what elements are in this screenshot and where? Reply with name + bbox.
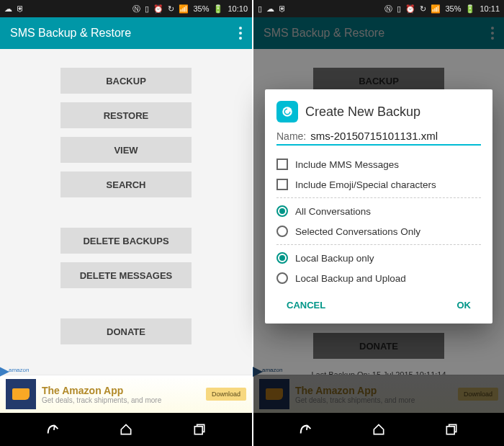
- include-mms-checkbox[interactable]: Include MMS Messages: [276, 154, 481, 174]
- restore-button[interactable]: RESTORE: [60, 102, 192, 128]
- create-backup-dialog: Create New Backup Name: Include MMS Mess…: [265, 89, 492, 324]
- option-label: Include MMS Messages: [295, 159, 399, 170]
- delete-backups-button[interactable]: DELETE BACKUPS: [60, 228, 192, 254]
- back-button[interactable]: [286, 416, 326, 442]
- svg-rect-0: [194, 427, 202, 434]
- signal-icon: 📶: [179, 4, 189, 14]
- nfc-icon: Ⓝ: [384, 4, 392, 14]
- clock-text: 10:10: [228, 4, 248, 13]
- delete-messages-button[interactable]: DELETE MESSAGES: [60, 262, 192, 288]
- ad-banner[interactable]: amazon The Amazon App Get deals, track s…: [0, 375, 252, 413]
- view-button[interactable]: VIEW: [60, 137, 192, 163]
- checkbox-icon: [276, 159, 288, 170]
- battery-icon: 🔋: [213, 4, 223, 14]
- ad-title: The Amazon App: [42, 385, 200, 396]
- cloud-icon: ☁: [266, 4, 274, 14]
- local-backup-upload-radio[interactable]: Local Backup and Upload: [276, 268, 481, 288]
- home-icon: [372, 422, 386, 437]
- recent-button[interactable]: [431, 416, 472, 442]
- radio-icon: [276, 205, 288, 217]
- radio-icon: [276, 272, 288, 284]
- status-bar: ▯ ☁ ⛨ Ⓝ ▯ ⏰ ↻ 📶 35% 🔋 10:11: [253, 0, 504, 17]
- vibrate-icon: ▯: [145, 4, 149, 14]
- vibrate-icon: ▯: [258, 4, 262, 14]
- ok-button[interactable]: OK: [450, 295, 479, 315]
- local-backup-only-radio[interactable]: Local Backup only: [276, 248, 481, 268]
- app-bar: SMS Backup & Restore: [0, 17, 252, 49]
- shield-icon: ⛨: [17, 4, 24, 13]
- svg-rect-2: [446, 427, 454, 434]
- selected-conversations-radio[interactable]: Selected Conversations Only: [276, 221, 481, 241]
- alarm-icon: ⏰: [405, 4, 415, 14]
- radio-icon: [276, 252, 288, 264]
- battery-text: 35%: [193, 4, 209, 13]
- donate-button[interactable]: DONATE: [60, 318, 192, 344]
- alarm-icon: ⏰: [153, 4, 163, 14]
- nfc-icon: Ⓝ: [132, 4, 140, 14]
- checkbox-icon: [276, 179, 288, 190]
- option-label: All Conversations: [295, 206, 371, 217]
- overflow-menu-icon[interactable]: [239, 27, 242, 40]
- signal-icon: 📶: [431, 4, 441, 14]
- battery-icon: 🔋: [465, 4, 475, 14]
- shield-icon: ⛨: [279, 4, 287, 13]
- cloud-icon: ☁: [4, 4, 12, 14]
- name-label: Name:: [276, 130, 306, 142]
- home-icon: [119, 422, 133, 437]
- cancel-button[interactable]: CANCEL: [279, 295, 333, 315]
- option-label: Include Emoji/Special characters: [295, 179, 436, 190]
- back-icon: [298, 422, 314, 437]
- ad-tag: amazon: [9, 367, 29, 373]
- backup-name-input[interactable]: [310, 130, 481, 142]
- radio-icon: [276, 226, 288, 237]
- home-button[interactable]: [359, 416, 399, 442]
- include-emoji-checkbox[interactable]: Include Emoji/Special characters: [276, 174, 481, 195]
- battery-text: 35%: [445, 4, 461, 13]
- search-button[interactable]: SEARCH: [60, 171, 192, 197]
- recent-icon: [192, 422, 207, 437]
- dialog-title: Create New Backup: [305, 104, 420, 120]
- ad-download-button[interactable]: Download: [206, 388, 246, 401]
- ad-subtitle: Get deals, track shipments, and more: [42, 396, 200, 404]
- ad-thumbnail-icon: [6, 379, 36, 409]
- sms-backup-icon: [276, 101, 298, 122]
- option-label: Selected Conversations Only: [295, 226, 420, 237]
- clock-text: 10:11: [480, 4, 500, 13]
- vibrate-icon: ▯: [397, 4, 401, 14]
- svg-point-1: [282, 107, 292, 117]
- sync-icon: ↻: [420, 4, 426, 14]
- recent-icon: [444, 422, 459, 437]
- home-button[interactable]: [106, 416, 146, 442]
- all-conversations-radio[interactable]: All Conversations: [276, 201, 481, 221]
- status-bar: ☁ ⛨ Ⓝ ▯ ⏰ ↻ 📶 35% 🔋 10:10: [0, 0, 252, 17]
- nav-bar: [253, 413, 504, 446]
- app-title: SMS Backup & Restore: [10, 27, 131, 40]
- phone-right: ▯ ☁ ⛨ Ⓝ ▯ ⏰ ↻ 📶 35% 🔋 10:11 SMS Backup &…: [252, 0, 504, 446]
- back-button[interactable]: [33, 416, 73, 442]
- option-label: Local Backup only: [295, 253, 374, 264]
- backup-button[interactable]: BACKUP: [60, 68, 192, 94]
- sync-icon: ↻: [168, 4, 174, 14]
- back-icon: [45, 422, 61, 437]
- option-label: Local Backup and Upload: [295, 273, 406, 284]
- nav-bar: [0, 413, 252, 446]
- phone-left: ☁ ⛨ Ⓝ ▯ ⏰ ↻ 📶 35% 🔋 10:10 SMS Backup & R…: [0, 0, 252, 446]
- recent-button[interactable]: [179, 416, 220, 442]
